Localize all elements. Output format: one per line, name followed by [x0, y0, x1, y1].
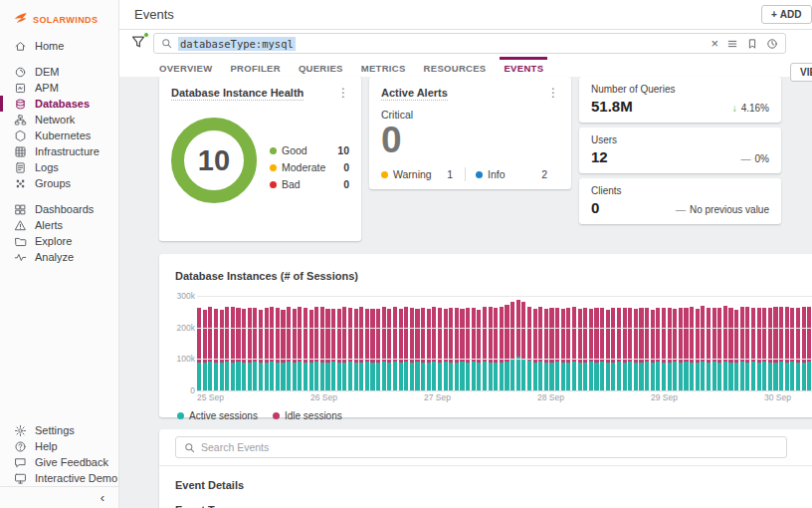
sidebar-item-explore[interactable]: Explore — [0, 233, 118, 249]
saved-queries-icon[interactable] — [726, 38, 738, 50]
kebab-menu-icon[interactable]: ⋮ — [337, 87, 349, 99]
active-sessions-segment — [544, 363, 548, 391]
sidebar-item-analyze[interactable]: Analyze — [0, 249, 118, 265]
active-sessions-segment — [348, 362, 352, 390]
alerts-summary-row: Warning1Info2 — [381, 167, 559, 181]
search-query-value[interactable]: databaseType:mysql — [178, 37, 296, 51]
idle-sessions-segment — [768, 308, 772, 363]
tab-profiler[interactable]: PROFILER — [228, 57, 282, 77]
idle-sessions-segment — [510, 302, 514, 360]
sidebar-item-infrastructure[interactable]: Infrastructure — [0, 143, 118, 159]
session-bar — [578, 309, 582, 390]
active-sessions-segment — [320, 363, 324, 391]
sidebar-item-dem[interactable]: DEM — [0, 64, 118, 80]
tab-resources[interactable]: RESOURCES — [422, 57, 489, 77]
sidebar-item-settings[interactable]: Settings — [0, 422, 118, 438]
idle-sessions-segment — [415, 309, 419, 362]
alerts-item-warning: Warning1 — [381, 168, 465, 180]
sidebar-item-dashboards[interactable]: Dashboards — [0, 201, 118, 217]
health-legend-row-moderate: Moderate0 — [270, 161, 349, 173]
chart-x-axis: 25 Sep26 Sep27 Sep28 Sep29 Sep30 Sep — [197, 390, 812, 402]
session-bar — [236, 308, 240, 390]
idle-sessions-segment — [745, 307, 749, 363]
idle-sessions-segment — [790, 308, 794, 362]
session-bar — [276, 308, 280, 390]
help-icon — [14, 440, 27, 453]
legend-label: Idle sessions — [285, 410, 342, 421]
idle-sessions-segment — [208, 307, 212, 362]
sidebar-nav: HomeDEMAPMDatabasesNetworkKubernetesInfr… — [0, 38, 118, 265]
groups-icon — [14, 177, 27, 190]
sidebar-item-apm[interactable]: APM — [0, 80, 118, 96]
active-sessions-segment — [796, 363, 800, 390]
active-sessions-segment — [583, 363, 587, 390]
active-sessions-segment — [740, 362, 744, 390]
sidebar-item-network[interactable]: Network — [0, 112, 118, 127]
active-sessions-segment — [359, 363, 363, 391]
clear-search-icon[interactable]: × — [710, 37, 718, 50]
add-button[interactable]: + ADD — [761, 5, 812, 24]
bookmark-icon[interactable] — [746, 38, 758, 50]
idle-sessions-segment — [477, 310, 481, 363]
sidebar-item-alerts[interactable]: Alerts — [0, 217, 118, 233]
active-sessions-segment — [370, 363, 374, 390]
idle-sessions-segment — [500, 307, 504, 362]
filter-button[interactable] — [130, 34, 148, 52]
idle-sessions-segment — [281, 310, 285, 363]
sidebar-item-home[interactable]: Home — [0, 38, 118, 54]
active-sessions-segment — [757, 363, 761, 390]
tab-events[interactable]: EVENTS — [502, 57, 545, 77]
chart-legend-item-active-sessions[interactable]: Active sessions — [177, 410, 258, 421]
query-search-input[interactable]: databaseType:mysql × — [153, 33, 786, 54]
idle-sessions-segment — [342, 307, 346, 362]
sidebar-item-give-feedback[interactable]: Give Feedback — [0, 454, 118, 470]
divider — [465, 167, 466, 181]
sidebar-item-databases[interactable]: Databases — [0, 96, 118, 112]
session-bar — [331, 309, 335, 390]
history-icon[interactable] — [766, 38, 778, 50]
stat-card-users: Users12—0% — [579, 127, 781, 173]
idle-sessions-segment — [259, 310, 263, 363]
session-bar — [337, 309, 341, 390]
sidebar-item-groups[interactable]: Groups — [0, 175, 118, 191]
y-axis-tick: 200k — [171, 323, 195, 333]
active-sessions-segment — [404, 362, 408, 390]
idle-sessions-segment — [505, 305, 508, 362]
tab-queries[interactable]: QUERIES — [297, 57, 345, 77]
sidebar-item-help[interactable]: Help — [0, 438, 118, 454]
session-bar — [348, 308, 352, 390]
active-sessions-segment — [617, 362, 621, 390]
session-bar — [651, 310, 655, 390]
health-legend: Good10Moderate0Bad0 — [270, 144, 349, 203]
active-sessions-segment — [745, 363, 749, 391]
session-bar — [728, 308, 732, 390]
sidebar-item-label: Interactive Demo — [35, 472, 117, 484]
tab-overview[interactable]: OVERVIEW — [157, 57, 214, 77]
idle-sessions-segment — [466, 308, 470, 363]
search-icon — [184, 442, 195, 453]
tab-metrics[interactable]: METRICS — [359, 57, 408, 77]
session-bar — [785, 307, 789, 390]
idle-sessions-segment — [444, 309, 448, 362]
kebab-menu-icon[interactable]: ⋮ — [547, 87, 559, 99]
active-sessions-segment — [325, 363, 329, 390]
idle-sessions-segment — [197, 308, 201, 363]
session-bar — [745, 307, 749, 390]
active-sessions-segment — [696, 363, 700, 390]
active-sessions-segment — [589, 362, 593, 390]
search-toolbar: databaseType:mysql × VIEW — [119, 30, 812, 57]
sidebar-item-logs[interactable]: Logs — [0, 159, 118, 175]
idle-sessions-segment — [668, 308, 672, 362]
session-bar — [387, 309, 391, 390]
health-donut: 10 — [171, 118, 257, 203]
sidebar-item-interactive-demo[interactable]: Interactive Demo — [0, 470, 118, 486]
brand-text: SOLARWINDS — [33, 15, 98, 25]
session-bar — [242, 309, 246, 390]
sidebar-item-kubernetes[interactable]: Kubernetes — [0, 127, 118, 143]
chart-legend-item-idle-sessions[interactable]: Idle sessions — [273, 410, 342, 421]
dem-icon — [14, 66, 27, 79]
stat-label: Number of Queries — [591, 84, 769, 95]
events-search-input[interactable] — [201, 441, 778, 453]
session-bar — [566, 308, 570, 390]
collapse-sidebar-icon[interactable]: ‹ — [101, 490, 104, 505]
